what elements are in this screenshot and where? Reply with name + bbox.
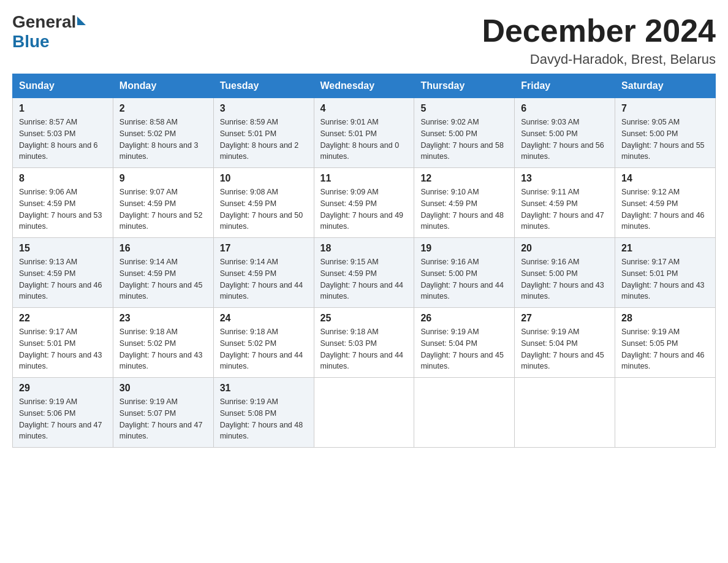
calendar-cell: 19Sunrise: 9:16 AMSunset: 5:00 PMDayligh…	[414, 238, 515, 308]
calendar-cell: 18Sunrise: 9:15 AMSunset: 4:59 PMDayligh…	[314, 238, 414, 308]
day-info: Sunrise: 9:10 AMSunset: 4:59 PMDaylight:…	[420, 186, 508, 232]
calendar-cell: 21Sunrise: 9:17 AMSunset: 5:01 PMDayligh…	[615, 238, 716, 308]
day-number: 26	[420, 313, 508, 324]
calendar-table: Sunday Monday Tuesday Wednesday Thursday…	[12, 74, 716, 448]
calendar-cell: 3Sunrise: 8:59 AMSunset: 5:01 PMDaylight…	[213, 98, 314, 168]
day-number: 22	[19, 313, 107, 324]
day-number: 29	[19, 383, 107, 394]
calendar-cell: 4Sunrise: 9:01 AMSunset: 5:01 PMDaylight…	[314, 98, 414, 168]
day-number: 31	[220, 383, 308, 394]
calendar-week-row-4: 22Sunrise: 9:17 AMSunset: 5:01 PMDayligh…	[13, 308, 716, 378]
day-number: 23	[119, 313, 207, 324]
day-number: 2	[119, 103, 207, 114]
day-info: Sunrise: 9:13 AMSunset: 4:59 PMDaylight:…	[19, 256, 107, 302]
calendar-cell: 13Sunrise: 9:11 AMSunset: 4:59 PMDayligh…	[515, 168, 615, 238]
day-info: Sunrise: 9:05 AMSunset: 5:00 PMDaylight:…	[621, 117, 709, 163]
day-number: 18	[320, 243, 408, 254]
day-number: 11	[320, 173, 408, 184]
day-number: 20	[521, 243, 609, 254]
calendar-cell: 28Sunrise: 9:19 AMSunset: 5:05 PMDayligh…	[615, 308, 716, 378]
day-info: Sunrise: 9:14 AMSunset: 4:59 PMDaylight:…	[220, 256, 308, 302]
day-info: Sunrise: 9:19 AMSunset: 5:04 PMDaylight:…	[420, 326, 508, 372]
day-number: 7	[621, 103, 709, 114]
logo-triangle-icon	[77, 17, 86, 25]
calendar-cell: 25Sunrise: 9:18 AMSunset: 5:03 PMDayligh…	[314, 308, 414, 378]
page-header: General Blue December 2024 Davyd-Haradok…	[12, 12, 716, 67]
day-info: Sunrise: 8:57 AMSunset: 5:03 PMDaylight:…	[19, 117, 107, 163]
day-number: 28	[621, 313, 709, 324]
day-info: Sunrise: 9:19 AMSunset: 5:04 PMDaylight:…	[521, 326, 609, 372]
calendar-header-row: Sunday Monday Tuesday Wednesday Thursday…	[13, 74, 716, 98]
day-number: 6	[521, 103, 609, 114]
calendar-cell	[314, 378, 414, 448]
col-header-tuesday: Tuesday	[213, 74, 314, 98]
day-info: Sunrise: 9:18 AMSunset: 5:02 PMDaylight:…	[119, 326, 207, 372]
title-section: December 2024 Davyd-Haradok, Brest, Bela…	[482, 12, 716, 67]
calendar-cell	[615, 378, 716, 448]
calendar-week-row-1: 1Sunrise: 8:57 AMSunset: 5:03 PMDaylight…	[13, 98, 716, 168]
calendar-cell: 9Sunrise: 9:07 AMSunset: 4:59 PMDaylight…	[113, 168, 213, 238]
day-number: 5	[420, 103, 508, 114]
calendar-cell: 17Sunrise: 9:14 AMSunset: 4:59 PMDayligh…	[213, 238, 314, 308]
calendar-cell: 14Sunrise: 9:12 AMSunset: 4:59 PMDayligh…	[615, 168, 716, 238]
calendar-cell: 23Sunrise: 9:18 AMSunset: 5:02 PMDayligh…	[113, 308, 213, 378]
calendar-cell: 5Sunrise: 9:02 AMSunset: 5:00 PMDaylight…	[414, 98, 515, 168]
calendar-cell: 24Sunrise: 9:18 AMSunset: 5:02 PMDayligh…	[213, 308, 314, 378]
col-header-wednesday: Wednesday	[314, 74, 414, 98]
calendar-cell: 10Sunrise: 9:08 AMSunset: 4:59 PMDayligh…	[213, 168, 314, 238]
day-info: Sunrise: 9:19 AMSunset: 5:08 PMDaylight:…	[220, 396, 308, 442]
day-info: Sunrise: 9:19 AMSunset: 5:06 PMDaylight:…	[19, 396, 107, 442]
day-number: 21	[621, 243, 709, 254]
day-number: 1	[19, 103, 107, 114]
calendar-week-row-5: 29Sunrise: 9:19 AMSunset: 5:06 PMDayligh…	[13, 378, 716, 448]
day-info: Sunrise: 9:15 AMSunset: 4:59 PMDaylight:…	[320, 256, 408, 302]
calendar-week-row-3: 15Sunrise: 9:13 AMSunset: 4:59 PMDayligh…	[13, 238, 716, 308]
col-header-saturday: Saturday	[615, 74, 716, 98]
day-number: 8	[19, 173, 107, 184]
day-info: Sunrise: 9:01 AMSunset: 5:01 PMDaylight:…	[320, 117, 408, 163]
calendar-cell: 20Sunrise: 9:16 AMSunset: 5:00 PMDayligh…	[515, 238, 615, 308]
day-number: 19	[420, 243, 508, 254]
day-info: Sunrise: 9:11 AMSunset: 4:59 PMDaylight:…	[521, 186, 609, 232]
col-header-monday: Monday	[113, 74, 213, 98]
day-info: Sunrise: 9:14 AMSunset: 4:59 PMDaylight:…	[119, 256, 207, 302]
calendar-cell: 31Sunrise: 9:19 AMSunset: 5:08 PMDayligh…	[213, 378, 314, 448]
calendar-cell: 16Sunrise: 9:14 AMSunset: 4:59 PMDayligh…	[113, 238, 213, 308]
day-number: 17	[220, 243, 308, 254]
day-info: Sunrise: 9:17 AMSunset: 5:01 PMDaylight:…	[621, 256, 709, 302]
day-info: Sunrise: 9:18 AMSunset: 5:02 PMDaylight:…	[220, 326, 308, 372]
day-info: Sunrise: 9:08 AMSunset: 4:59 PMDaylight:…	[220, 186, 308, 232]
day-info: Sunrise: 9:09 AMSunset: 4:59 PMDaylight:…	[320, 186, 408, 232]
day-info: Sunrise: 9:02 AMSunset: 5:00 PMDaylight:…	[420, 117, 508, 163]
calendar-cell	[414, 378, 515, 448]
col-header-friday: Friday	[515, 74, 615, 98]
day-number: 10	[220, 173, 308, 184]
day-info: Sunrise: 9:03 AMSunset: 5:00 PMDaylight:…	[521, 117, 609, 163]
day-number: 3	[220, 103, 308, 114]
day-number: 9	[119, 173, 207, 184]
calendar-cell: 12Sunrise: 9:10 AMSunset: 4:59 PMDayligh…	[414, 168, 515, 238]
col-header-thursday: Thursday	[414, 74, 515, 98]
day-info: Sunrise: 9:16 AMSunset: 5:00 PMDaylight:…	[420, 256, 508, 302]
day-info: Sunrise: 9:06 AMSunset: 4:59 PMDaylight:…	[19, 186, 107, 232]
calendar-cell: 15Sunrise: 9:13 AMSunset: 4:59 PMDayligh…	[13, 238, 113, 308]
logo-general-text: General	[12, 12, 76, 32]
day-number: 27	[521, 313, 609, 324]
calendar-cell: 22Sunrise: 9:17 AMSunset: 5:01 PMDayligh…	[13, 308, 113, 378]
day-info: Sunrise: 9:19 AMSunset: 5:07 PMDaylight:…	[119, 396, 207, 442]
day-number: 12	[420, 173, 508, 184]
day-number: 4	[320, 103, 408, 114]
calendar-cell: 11Sunrise: 9:09 AMSunset: 4:59 PMDayligh…	[314, 168, 414, 238]
calendar-cell: 1Sunrise: 8:57 AMSunset: 5:03 PMDaylight…	[13, 98, 113, 168]
calendar-cell: 7Sunrise: 9:05 AMSunset: 5:00 PMDaylight…	[615, 98, 716, 168]
calendar-cell: 8Sunrise: 9:06 AMSunset: 4:59 PMDaylight…	[13, 168, 113, 238]
col-header-sunday: Sunday	[13, 74, 113, 98]
logo-blue-text: Blue	[12, 32, 50, 52]
day-number: 30	[119, 383, 207, 394]
logo: General Blue	[12, 12, 86, 52]
calendar-cell	[515, 378, 615, 448]
day-info: Sunrise: 9:19 AMSunset: 5:05 PMDaylight:…	[621, 326, 709, 372]
day-info: Sunrise: 9:12 AMSunset: 4:59 PMDaylight:…	[621, 186, 709, 232]
calendar-cell: 30Sunrise: 9:19 AMSunset: 5:07 PMDayligh…	[113, 378, 213, 448]
day-number: 24	[220, 313, 308, 324]
